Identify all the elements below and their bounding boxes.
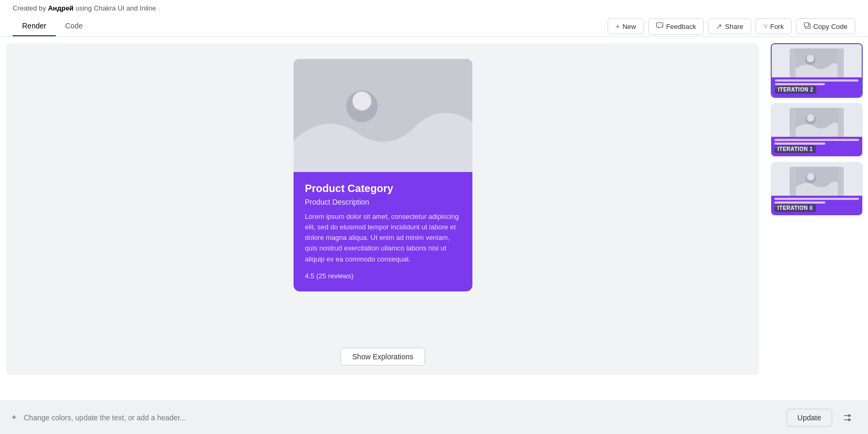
svg-point-8	[807, 55, 814, 62]
card-rating: 4.5 (25 reviews)	[305, 272, 461, 280]
new-button[interactable]: + New	[608, 18, 644, 34]
author-name: Андрей	[48, 4, 74, 12]
tab-render[interactable]: Render	[13, 16, 56, 36]
iteration-1-label: ITERATION 1	[774, 145, 816, 153]
card-description: Lorem ipsum dolor sit amet, consectetur …	[305, 211, 461, 265]
iteration-0-label-wrap: ITERATION 0	[774, 203, 816, 212]
plus-icon: +	[615, 22, 620, 31]
update-button[interactable]: Update	[786, 409, 832, 427]
iteration-card-1[interactable]: ITERATION 1	[771, 103, 863, 157]
shuffle-button[interactable]	[839, 408, 857, 427]
shuffle-icon	[843, 413, 853, 422]
svg-point-11	[806, 114, 814, 122]
prompt-bar: ✦ Update	[0, 400, 868, 434]
card-body: Product Category Product Description Lor…	[294, 172, 472, 291]
show-explorations-wrap: Show Explorations	[340, 348, 426, 366]
share-icon: ↗	[716, 22, 722, 31]
fork-icon: ⑂	[763, 22, 768, 31]
iter-0-image	[790, 167, 844, 196]
card-image	[294, 59, 472, 172]
svg-rect-2	[804, 23, 809, 27]
iteration-1-label-wrap: ITERATION 1	[774, 144, 816, 153]
share-button[interactable]: ↗ Share	[708, 18, 751, 34]
iteration-2-label-wrap: ITERATION 2	[775, 84, 816, 94]
product-card: Product Category Product Description Lor…	[294, 59, 472, 291]
iterations-sidebar: ITERATION 2	[765, 37, 868, 381]
fork-label: Fork	[770, 23, 784, 31]
actions-bar: + New Feedback ↗ Share ⑂ Fork	[608, 18, 855, 35]
tabs-and-actions: Render Code + New Feedback ↗ Share ⑂ For…	[13, 16, 855, 36]
created-by-suffix: using Chakra UI and Inline	[74, 4, 156, 12]
canvas-area: Product Category Product Description Lor…	[6, 43, 759, 375]
iteration-0-label: ITERATION 0	[774, 204, 816, 212]
prompt-input[interactable]	[24, 413, 780, 422]
iteration-2-label: ITERATION 2	[775, 86, 816, 94]
share-label: Share	[725, 23, 743, 31]
feedback-icon	[656, 22, 663, 31]
feedback-button[interactable]: Feedback	[648, 18, 704, 35]
svg-rect-0	[657, 23, 663, 27]
card-subtitle: Product Description	[305, 198, 461, 206]
created-by: Created by Андрей using Chakra UI and In…	[13, 4, 855, 12]
copy-code-button[interactable]: Copy Code	[796, 18, 855, 34]
copy-icon	[804, 22, 811, 31]
svg-point-5	[352, 92, 371, 110]
fork-button[interactable]: ⑂ Fork	[755, 18, 792, 34]
created-by-prefix: Created by	[13, 4, 48, 12]
card-title: Product Category	[305, 183, 461, 195]
iteration-card-0[interactable]: ITERATION 0	[771, 162, 863, 216]
feedback-label: Feedback	[666, 23, 696, 31]
top-bar: Created by Андрей using Chakra UI and In…	[0, 0, 868, 37]
iter-2-image	[790, 48, 844, 77]
svg-point-14	[806, 173, 814, 180]
new-label: New	[622, 23, 636, 31]
main-layout: Product Category Product Description Lor…	[0, 37, 868, 381]
show-explorations-button[interactable]: Show Explorations	[340, 348, 426, 366]
tabs-container: Render Code	[13, 16, 92, 36]
iter-1-image	[790, 108, 844, 137]
wand-icon: ✦	[11, 412, 17, 422]
iteration-card-2[interactable]: ITERATION 2	[771, 43, 863, 98]
tab-code[interactable]: Code	[56, 16, 92, 36]
copy-code-label: Copy Code	[813, 23, 847, 31]
